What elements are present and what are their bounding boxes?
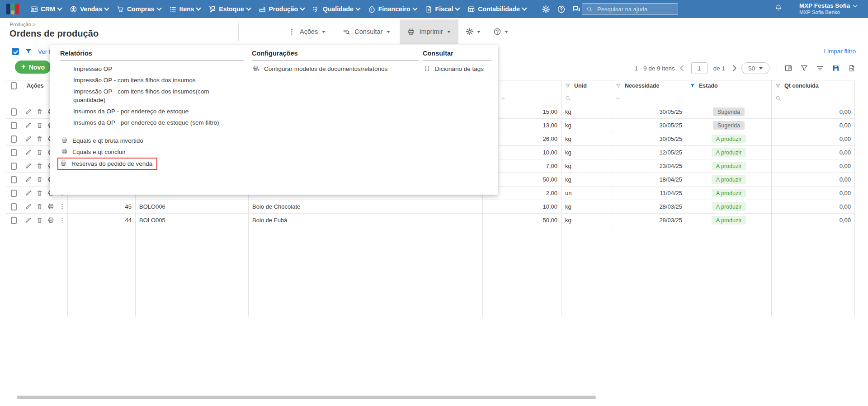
qt-concluida-value: 0,00 xyxy=(772,200,855,213)
settings-button[interactable] xyxy=(460,19,486,44)
imprimir-button[interactable]: Imprimir xyxy=(400,19,458,44)
config-menu-item[interactable]: Configurar modelos de documentos/relatór… xyxy=(252,63,419,75)
app-logo[interactable] xyxy=(6,3,20,15)
filter-estado[interactable] xyxy=(686,91,772,105)
menu-compras[interactable]: Compras xyxy=(113,0,165,18)
gear-icon[interactable] xyxy=(542,5,550,14)
pencil-icon[interactable] xyxy=(25,203,32,210)
trash-icon[interactable] xyxy=(36,108,43,115)
pencil-icon[interactable] xyxy=(25,135,32,142)
printer-icon[interactable] xyxy=(47,217,54,224)
pencil-icon[interactable] xyxy=(25,217,32,224)
breadcrumb[interactable]: Produção > xyxy=(10,22,36,27)
pencil-icon[interactable] xyxy=(25,122,32,129)
printer-icon[interactable] xyxy=(47,203,54,210)
novo-button[interactable]: + Novo xyxy=(15,61,51,74)
filter-necessidade[interactable] xyxy=(612,91,686,105)
reset-view-icon[interactable] xyxy=(848,64,856,72)
limpar-filtro-link[interactable]: Limpar filtro xyxy=(824,48,856,55)
funnel-filled-icon[interactable] xyxy=(25,48,32,55)
chevron-down-icon xyxy=(196,5,201,10)
user-menu[interactable]: MXP Festas Sofia MXP Sofia Benko xyxy=(799,2,857,16)
consultar-button[interactable]: Consultar xyxy=(335,19,398,44)
pagination-divider xyxy=(777,63,777,74)
chevron-down-icon xyxy=(156,5,161,10)
row-checkbox[interactable] xyxy=(11,122,17,129)
chat-icon[interactable] xyxy=(572,5,581,14)
status-badge: A produzir xyxy=(712,175,746,184)
page-number-input[interactable] xyxy=(691,62,708,74)
menu-crm[interactable]: CRM xyxy=(26,0,66,18)
print-menu-item[interactable]: Insumos da OP - por endereço de estoque xyxy=(60,106,244,117)
print-menu-item[interactable]: Equals e qt concluir xyxy=(60,146,244,158)
select-all-checkbox[interactable] xyxy=(11,82,17,89)
filter-funnel-icon[interactable] xyxy=(800,64,808,72)
trash-icon[interactable] xyxy=(36,176,43,183)
row-checkbox[interactable] xyxy=(11,203,17,210)
op-number: 45 xyxy=(68,200,136,213)
print-menu-item[interactable]: Impressão OP - com itens filhos dos insu… xyxy=(60,86,244,106)
help-button[interactable] xyxy=(488,19,514,44)
menu-financeiro[interactable]: Financeiro xyxy=(364,0,421,18)
sort-lines-icon[interactable] xyxy=(816,64,824,72)
row-checkbox[interactable] xyxy=(11,176,17,183)
print-menu-item[interactable]: Insumos da OP - por endereço de estoque … xyxy=(60,117,244,128)
print-menu-item[interactable]: Equals e qt bruta invertido xyxy=(60,135,244,146)
pencil-icon[interactable] xyxy=(25,176,32,183)
previous-page-icon[interactable] xyxy=(680,65,686,71)
print-menu-item[interactable]: Reservas do pedido de venda xyxy=(57,158,157,170)
row-checkbox[interactable] xyxy=(11,163,17,170)
unit: kg xyxy=(561,119,612,132)
qt-concluida-value: 0,00 xyxy=(772,146,855,159)
consultar-items: Dicionário de tags xyxy=(423,63,491,75)
column-header-unid[interactable]: Unid xyxy=(561,80,612,91)
row-checkbox[interactable] xyxy=(11,217,17,224)
consultar-menu-item[interactable]: Dicionário de tags xyxy=(423,63,491,75)
trash-icon[interactable] xyxy=(36,163,43,169)
pencil-icon[interactable] xyxy=(25,149,32,156)
pencil-icon[interactable] xyxy=(25,108,32,115)
menu-itens[interactable]: Itens xyxy=(165,0,205,18)
status-badge: A produzir xyxy=(712,189,746,197)
row-checkbox[interactable] xyxy=(11,190,17,197)
unit: kg xyxy=(561,159,612,173)
column-header-necessidade[interactable]: Necessidade xyxy=(612,80,686,91)
trash-icon[interactable] xyxy=(36,217,43,224)
columns-settings-icon[interactable] xyxy=(784,64,793,72)
trash-icon[interactable] xyxy=(36,122,43,129)
trash-icon[interactable] xyxy=(36,190,43,196)
menu-estoque[interactable]: Estoque xyxy=(204,0,254,18)
filter-unid[interactable] xyxy=(561,91,612,105)
print-menu-item[interactable]: Impressão OP xyxy=(60,63,244,75)
page-size-select[interactable]: 50 xyxy=(741,62,769,74)
caret-down-icon xyxy=(322,31,326,33)
kebab-icon[interactable] xyxy=(59,203,66,210)
notifications-bell-icon[interactable] xyxy=(775,4,782,11)
row-checkbox[interactable] xyxy=(11,135,17,143)
search-icon xyxy=(586,6,593,12)
menu-qualidade[interactable]: Qualidade xyxy=(308,0,364,18)
menu-contabilidade[interactable]: Contabilidade xyxy=(463,0,530,18)
trash-icon[interactable] xyxy=(36,149,43,156)
filter-qt-concluida[interactable] xyxy=(772,91,855,105)
kebab-icon[interactable] xyxy=(59,217,66,224)
trash-icon[interactable] xyxy=(36,203,43,210)
row-checkbox[interactable] xyxy=(11,149,17,156)
help-icon[interactable] xyxy=(557,5,566,14)
pencil-icon[interactable] xyxy=(25,190,32,196)
column-header-estado[interactable]: Estado xyxy=(686,80,772,91)
column-header-qt-concluida[interactable]: Qt concluída xyxy=(772,80,855,91)
row-checkbox[interactable] xyxy=(11,108,17,116)
help-search-input[interactable] xyxy=(596,5,674,13)
acoes-button[interactable]: Ações xyxy=(280,19,333,44)
horizontal-scrollbar-thumb[interactable] xyxy=(17,396,596,399)
next-page-icon[interactable] xyxy=(730,65,736,71)
save-view-icon[interactable] xyxy=(832,64,840,72)
trash-icon[interactable] xyxy=(36,135,43,142)
pencil-icon[interactable] xyxy=(25,163,32,169)
menu-vendas[interactable]: Vendas xyxy=(66,0,113,18)
menu-producao[interactable]: Produção xyxy=(255,0,309,18)
menu-fiscal[interactable]: Fiscal xyxy=(421,0,464,18)
print-menu-item[interactable]: Impressão OP - com itens filhos dos insu… xyxy=(60,75,244,86)
filter-active-checkbox[interactable] xyxy=(12,48,19,55)
